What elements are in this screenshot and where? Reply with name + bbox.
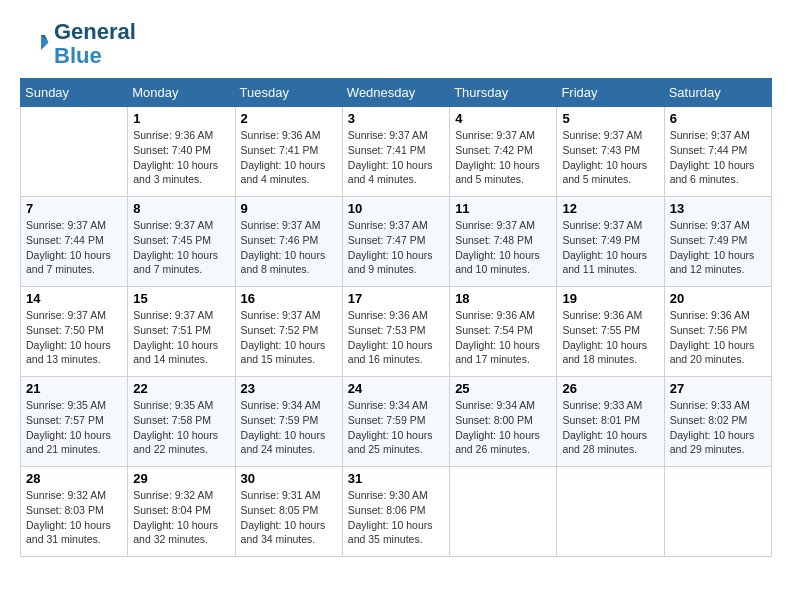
day-number: 16 (241, 291, 337, 306)
calendar-cell (557, 467, 664, 557)
day-info: Sunrise: 9:36 AM Sunset: 7:53 PM Dayligh… (348, 308, 444, 367)
day-number: 31 (348, 471, 444, 486)
day-info: Sunrise: 9:33 AM Sunset: 8:02 PM Dayligh… (670, 398, 766, 457)
day-info: Sunrise: 9:37 AM Sunset: 7:47 PM Dayligh… (348, 218, 444, 277)
day-info: Sunrise: 9:34 AM Sunset: 7:59 PM Dayligh… (348, 398, 444, 457)
day-number: 22 (133, 381, 229, 396)
calendar-cell: 10Sunrise: 9:37 AM Sunset: 7:47 PM Dayli… (342, 197, 449, 287)
calendar-cell: 4Sunrise: 9:37 AM Sunset: 7:42 PM Daylig… (450, 107, 557, 197)
calendar-cell: 17Sunrise: 9:36 AM Sunset: 7:53 PM Dayli… (342, 287, 449, 377)
day-info: Sunrise: 9:37 AM Sunset: 7:44 PM Dayligh… (26, 218, 122, 277)
day-info: Sunrise: 9:34 AM Sunset: 7:59 PM Dayligh… (241, 398, 337, 457)
day-of-week-header: Wednesday (342, 79, 449, 107)
day-info: Sunrise: 9:37 AM Sunset: 7:45 PM Dayligh… (133, 218, 229, 277)
day-number: 7 (26, 201, 122, 216)
day-of-week-header: Monday (128, 79, 235, 107)
calendar-cell: 27Sunrise: 9:33 AM Sunset: 8:02 PM Dayli… (664, 377, 771, 467)
day-number: 5 (562, 111, 658, 126)
day-info: Sunrise: 9:37 AM Sunset: 7:48 PM Dayligh… (455, 218, 551, 277)
calendar-cell: 23Sunrise: 9:34 AM Sunset: 7:59 PM Dayli… (235, 377, 342, 467)
calendar-cell: 31Sunrise: 9:30 AM Sunset: 8:06 PM Dayli… (342, 467, 449, 557)
logo-text: General Blue (54, 20, 136, 68)
calendar-cell: 25Sunrise: 9:34 AM Sunset: 8:00 PM Dayli… (450, 377, 557, 467)
calendar-cell (450, 467, 557, 557)
day-info: Sunrise: 9:37 AM Sunset: 7:49 PM Dayligh… (562, 218, 658, 277)
day-info: Sunrise: 9:33 AM Sunset: 8:01 PM Dayligh… (562, 398, 658, 457)
calendar-cell: 21Sunrise: 9:35 AM Sunset: 7:57 PM Dayli… (21, 377, 128, 467)
calendar-cell (664, 467, 771, 557)
day-of-week-header: Thursday (450, 79, 557, 107)
calendar-cell: 5Sunrise: 9:37 AM Sunset: 7:43 PM Daylig… (557, 107, 664, 197)
day-info: Sunrise: 9:31 AM Sunset: 8:05 PM Dayligh… (241, 488, 337, 547)
day-info: Sunrise: 9:36 AM Sunset: 7:54 PM Dayligh… (455, 308, 551, 367)
logo-icon (20, 29, 50, 59)
calendar-cell: 13Sunrise: 9:37 AM Sunset: 7:49 PM Dayli… (664, 197, 771, 287)
calendar-cell: 9Sunrise: 9:37 AM Sunset: 7:46 PM Daylig… (235, 197, 342, 287)
day-info: Sunrise: 9:36 AM Sunset: 7:56 PM Dayligh… (670, 308, 766, 367)
day-info: Sunrise: 9:37 AM Sunset: 7:42 PM Dayligh… (455, 128, 551, 187)
day-number: 25 (455, 381, 551, 396)
day-number: 17 (348, 291, 444, 306)
day-info: Sunrise: 9:37 AM Sunset: 7:41 PM Dayligh… (348, 128, 444, 187)
calendar-cell: 1Sunrise: 9:36 AM Sunset: 7:40 PM Daylig… (128, 107, 235, 197)
day-number: 30 (241, 471, 337, 486)
day-info: Sunrise: 9:37 AM Sunset: 7:50 PM Dayligh… (26, 308, 122, 367)
calendar-cell: 30Sunrise: 9:31 AM Sunset: 8:05 PM Dayli… (235, 467, 342, 557)
day-of-week-header: Sunday (21, 79, 128, 107)
calendar-cell: 20Sunrise: 9:36 AM Sunset: 7:56 PM Dayli… (664, 287, 771, 377)
day-info: Sunrise: 9:36 AM Sunset: 7:40 PM Dayligh… (133, 128, 229, 187)
calendar-cell: 2Sunrise: 9:36 AM Sunset: 7:41 PM Daylig… (235, 107, 342, 197)
day-info: Sunrise: 9:36 AM Sunset: 7:55 PM Dayligh… (562, 308, 658, 367)
day-number: 23 (241, 381, 337, 396)
day-info: Sunrise: 9:37 AM Sunset: 7:46 PM Dayligh… (241, 218, 337, 277)
day-number: 27 (670, 381, 766, 396)
calendar-cell: 3Sunrise: 9:37 AM Sunset: 7:41 PM Daylig… (342, 107, 449, 197)
calendar-cell: 24Sunrise: 9:34 AM Sunset: 7:59 PM Dayli… (342, 377, 449, 467)
day-number: 9 (241, 201, 337, 216)
day-info: Sunrise: 9:35 AM Sunset: 7:58 PM Dayligh… (133, 398, 229, 457)
day-of-week-header: Friday (557, 79, 664, 107)
calendar-cell: 22Sunrise: 9:35 AM Sunset: 7:58 PM Dayli… (128, 377, 235, 467)
day-number: 4 (455, 111, 551, 126)
day-info: Sunrise: 9:37 AM Sunset: 7:44 PM Dayligh… (670, 128, 766, 187)
calendar-week-row: 28Sunrise: 9:32 AM Sunset: 8:03 PM Dayli… (21, 467, 772, 557)
day-info: Sunrise: 9:30 AM Sunset: 8:06 PM Dayligh… (348, 488, 444, 547)
calendar-cell: 6Sunrise: 9:37 AM Sunset: 7:44 PM Daylig… (664, 107, 771, 197)
day-info: Sunrise: 9:36 AM Sunset: 7:41 PM Dayligh… (241, 128, 337, 187)
logo: General Blue (20, 20, 136, 68)
day-info: Sunrise: 9:32 AM Sunset: 8:04 PM Dayligh… (133, 488, 229, 547)
day-number: 19 (562, 291, 658, 306)
day-number: 29 (133, 471, 229, 486)
calendar-cell: 15Sunrise: 9:37 AM Sunset: 7:51 PM Dayli… (128, 287, 235, 377)
day-of-week-header: Tuesday (235, 79, 342, 107)
day-info: Sunrise: 9:35 AM Sunset: 7:57 PM Dayligh… (26, 398, 122, 457)
day-info: Sunrise: 9:37 AM Sunset: 7:52 PM Dayligh… (241, 308, 337, 367)
calendar-cell: 26Sunrise: 9:33 AM Sunset: 8:01 PM Dayli… (557, 377, 664, 467)
day-number: 14 (26, 291, 122, 306)
day-number: 1 (133, 111, 229, 126)
calendar-week-row: 7Sunrise: 9:37 AM Sunset: 7:44 PM Daylig… (21, 197, 772, 287)
calendar-week-row: 21Sunrise: 9:35 AM Sunset: 7:57 PM Dayli… (21, 377, 772, 467)
calendar-table: SundayMondayTuesdayWednesdayThursdayFrid… (20, 78, 772, 557)
day-info: Sunrise: 9:37 AM Sunset: 7:49 PM Dayligh… (670, 218, 766, 277)
day-number: 10 (348, 201, 444, 216)
calendar-cell: 19Sunrise: 9:36 AM Sunset: 7:55 PM Dayli… (557, 287, 664, 377)
day-number: 11 (455, 201, 551, 216)
day-info: Sunrise: 9:37 AM Sunset: 7:43 PM Dayligh… (562, 128, 658, 187)
calendar-cell (21, 107, 128, 197)
calendar-cell: 8Sunrise: 9:37 AM Sunset: 7:45 PM Daylig… (128, 197, 235, 287)
day-of-week-header: Saturday (664, 79, 771, 107)
day-number: 12 (562, 201, 658, 216)
day-number: 28 (26, 471, 122, 486)
calendar-cell: 16Sunrise: 9:37 AM Sunset: 7:52 PM Dayli… (235, 287, 342, 377)
day-number: 6 (670, 111, 766, 126)
calendar-cell: 11Sunrise: 9:37 AM Sunset: 7:48 PM Dayli… (450, 197, 557, 287)
day-number: 20 (670, 291, 766, 306)
day-info: Sunrise: 9:32 AM Sunset: 8:03 PM Dayligh… (26, 488, 122, 547)
calendar-cell: 29Sunrise: 9:32 AM Sunset: 8:04 PM Dayli… (128, 467, 235, 557)
day-number: 18 (455, 291, 551, 306)
calendar-cell: 14Sunrise: 9:37 AM Sunset: 7:50 PM Dayli… (21, 287, 128, 377)
day-number: 21 (26, 381, 122, 396)
day-number: 2 (241, 111, 337, 126)
calendar-cell: 7Sunrise: 9:37 AM Sunset: 7:44 PM Daylig… (21, 197, 128, 287)
